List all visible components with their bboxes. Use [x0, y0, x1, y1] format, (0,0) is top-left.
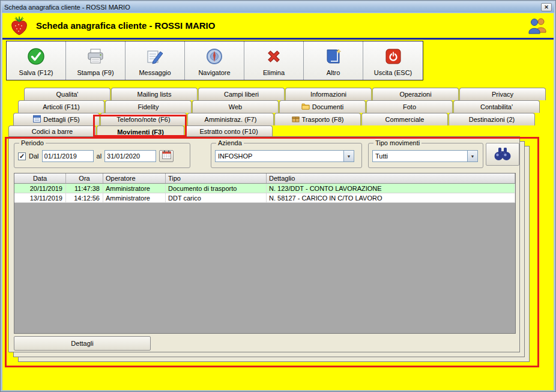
tab-label: Web [229, 103, 242, 110]
tab-privacy[interactable]: Privacy [459, 88, 546, 100]
tab-commerciale[interactable]: Commerciale [361, 113, 448, 125]
tab-web[interactable]: Web [192, 100, 279, 113]
azienda-select[interactable]: INFOSHOP ▼ [215, 150, 354, 162]
al-date-input[interactable] [104, 150, 156, 162]
cell-tipo: Documento di trasporto [166, 184, 267, 193]
close-button[interactable]: ✕ [541, 3, 552, 11]
tipo-movimenti-groupbox: Tipo movimenti Tutti ▼ [368, 143, 483, 168]
tab-articoli-f11[interactable]: Articoli (F11) [18, 100, 104, 113]
tab-telefono-note-f6[interactable]: Telefono/note (F6) [100, 113, 187, 125]
other-button[interactable]: Altro [304, 41, 363, 80]
tab-label: Mailing lists [137, 91, 172, 98]
package-icon [292, 115, 300, 124]
periodo-groupbox: Periodo ✓ Dal al [14, 143, 190, 168]
grid-row-selected[interactable]: 20/11/2019 11:47:38 Amministratore Docum… [14, 184, 515, 193]
column-header-operatore[interactable]: Operatore [103, 173, 166, 183]
tab-label: Codici a barre [32, 128, 73, 135]
app-window: Scheda anagrafica cliente - ROSSI MARIO … [0, 0, 556, 392]
grid-row[interactable]: 13/11/2019 14:12:56 Amministratore DDT c… [14, 193, 515, 203]
tab-movimenti-f3[interactable]: Movimenti (F3) [97, 125, 184, 137]
tipo-movimenti-controls: Tutti ▼ [372, 150, 479, 162]
cell-data: 13/11/2019 [14, 193, 66, 202]
tab-fidelity[interactable]: Fidelity [105, 100, 192, 113]
tab-destinazioni[interactable]: Destinazioni (2) [449, 113, 535, 125]
tab-label: Commerciale [385, 116, 425, 123]
tab-label: Foto [403, 103, 416, 110]
dal-checkbox[interactable]: ✓ [18, 152, 26, 160]
message-button[interactable]: Messaggio [125, 41, 185, 80]
tab-campi-liberi[interactable]: Campi liberi [198, 88, 285, 100]
tipo-movimenti-legend: Tipo movimenti [373, 139, 422, 146]
dal-date-input[interactable] [42, 150, 94, 162]
column-header-dettaglio[interactable]: Dettaglio [267, 173, 515, 183]
tipo-movimenti-select[interactable]: Tutti ▼ [372, 150, 478, 162]
column-header-ora[interactable]: Ora [66, 173, 103, 183]
customers-icon[interactable] [528, 16, 548, 34]
tab-contabilita[interactable]: Contabilita' [453, 100, 540, 113]
navigator-button[interactable]: Navigatore [185, 41, 244, 80]
window-title: Scheda anagrafica cliente - ROSSI MARIO [4, 4, 541, 11]
tab-qualita[interactable]: Qualita' [24, 88, 110, 100]
movements-grid[interactable]: Data Ora Operatore Tipo Dettaglio 20/11/… [14, 173, 516, 334]
cell-dettaglio: N. 58127 - CARICO IN C/TO LAVORO [267, 193, 515, 202]
chevron-down-icon[interactable]: ▼ [343, 151, 354, 161]
tab-label: Campi liberi [224, 91, 259, 98]
save-button[interactable]: Salva (F12) [7, 41, 66, 80]
tab-label: Amministraz. (F7) [205, 116, 257, 123]
tab-row-3: Dettagli (F5) Telefono/note (F6) Amminis… [13, 113, 536, 125]
client-area: Scheda anagrafica cliente - ROSSI MARIO … [2, 13, 554, 390]
tab-label: Qualita' [56, 91, 79, 98]
cell-operatore: Amministratore [103, 184, 166, 193]
tab-label: Contabilita' [480, 103, 513, 110]
tab-dettagli-f5[interactable]: Dettagli (F5) [13, 113, 100, 125]
cell-ora: 14:12:56 [66, 193, 103, 202]
power-icon [385, 46, 402, 67]
window-titlebar[interactable]: Scheda anagrafica cliente - ROSSI MARIO … [2, 2, 554, 13]
delete-button-label: Elimina [263, 69, 285, 76]
cell-ora: 11:47:38 [66, 184, 103, 193]
other-button-label: Altro [327, 69, 340, 76]
tab-estratto-conto-f10[interactable]: Estratto conto (F10) [185, 125, 273, 136]
tab-informazioni[interactable]: Informazioni [285, 88, 372, 100]
print-button[interactable]: Stampa (F9) [66, 41, 125, 80]
tab-label: Articoli (F11) [43, 103, 80, 110]
tab-documenti[interactable]: Documenti [279, 100, 366, 113]
tab-trasporto-f8[interactable]: Trasporto (F8) [274, 113, 361, 125]
check-circle-icon [27, 46, 45, 67]
delete-button[interactable]: Elimina [244, 41, 304, 80]
tab-codici-a-barre[interactable]: Codici a barre [8, 125, 96, 136]
tab-label: Fidelity [138, 103, 159, 110]
binoculars-icon [494, 146, 512, 163]
form-icon [33, 115, 41, 124]
exit-button-label: Uscita (ESC) [374, 69, 412, 76]
printer-icon [86, 46, 104, 67]
column-header-data[interactable]: Data [14, 173, 66, 183]
tab-foto[interactable]: Foto [366, 100, 453, 113]
compass-icon [205, 46, 223, 67]
toolbar: Salva (F12) Stampa (F9) Messaggio Naviga… [6, 41, 423, 80]
print-button-label: Stampa (F9) [77, 69, 113, 76]
navigator-button-label: Navigatore [198, 69, 230, 76]
azienda-selected-value: INFOSHOP [216, 152, 343, 160]
exit-button[interactable]: Uscita (ESC) [363, 41, 423, 80]
red-x-icon [265, 46, 283, 67]
column-header-tipo[interactable]: Tipo [166, 173, 267, 183]
save-button-label: Salva (F12) [19, 69, 53, 76]
tab-amministraz-f7[interactable]: Amministraz. (F7) [187, 113, 274, 125]
al-label: al [97, 152, 102, 160]
book-icon [324, 46, 342, 67]
tab-label: Telefono/note (F6) [116, 116, 170, 123]
tipo-movimenti-selected-value: Tutti [373, 152, 467, 160]
search-movements-button[interactable] [486, 143, 519, 166]
cell-dettaglio: N. 123/DDT - CONTO LAVORAZIONE [267, 184, 515, 193]
chevron-down-icon[interactable]: ▼ [467, 151, 477, 161]
dettagli-button[interactable]: Dettagli [14, 336, 151, 351]
tab-row-2: Articoli (F11) Fidelity Web Documenti Fo… [18, 100, 540, 113]
tab-operazioni[interactable]: Operazioni [372, 88, 459, 100]
cell-data: 20/11/2019 [14, 184, 66, 193]
calendar-button[interactable] [159, 150, 174, 162]
tab-label: Destinazioni (2) [469, 116, 515, 123]
tab-row-1: Qualita' Mailing lists Campi liberi Info… [24, 88, 546, 100]
tab-label: Trasporto (F8) [302, 116, 344, 123]
tab-mailing-lists[interactable]: Mailing lists [111, 88, 198, 100]
